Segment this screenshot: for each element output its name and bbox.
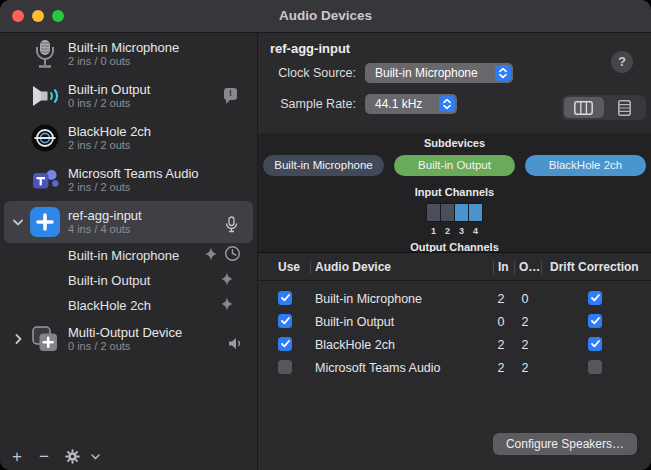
input-channels-strip [426, 203, 483, 222]
table-row[interactable]: Built-in Microphone 2 0 [258, 288, 651, 311]
remove-device-button[interactable]: − [39, 448, 49, 466]
cell-device: Microsoft Teams Audio [315, 361, 441, 375]
table-row[interactable]: Microsoft Teams Audio 2 2 [258, 357, 651, 380]
subdevices-title: Subdevices [258, 137, 651, 149]
drift-checkbox[interactable] [588, 337, 602, 351]
columns-icon [574, 101, 593, 115]
chevron-down-icon[interactable] [8, 219, 28, 226]
minimize-button[interactable] [32, 10, 44, 22]
configure-speakers-button[interactable]: Configure Speakers… [493, 433, 637, 455]
subdevice-pill-blackhole-2ch[interactable]: BlackHole 2ch [525, 155, 646, 176]
columns-view-button[interactable] [564, 97, 604, 118]
clock-icon [224, 245, 241, 266]
cell-in: 2 [490, 361, 512, 375]
main-panel: ref-agg-input ? Clock Source: Built-in M… [258, 33, 651, 470]
cell-device: Built-in Microphone [315, 292, 422, 306]
multi-output-device-icon [28, 324, 62, 354]
clock-source-value: Built-in Microphone [375, 66, 478, 80]
device-detail: 4 ins / 4 outs [68, 223, 142, 236]
microphone-status-icon [225, 216, 238, 237]
add-device-button[interactable]: + [12, 448, 22, 466]
aggregate-device-icon [28, 207, 62, 237]
alert-bubble-icon [224, 88, 237, 100]
col-device: Audio Device [315, 260, 391, 274]
cell-device: Built-in Output [315, 315, 394, 329]
channel-box-4 [469, 204, 482, 221]
chevron-right-icon[interactable] [8, 334, 28, 344]
device-name: ref-agg-input [68, 208, 142, 223]
table-header: Use Audio Device In O… Drift Correction [258, 253, 651, 281]
speaker-status-icon [228, 336, 243, 354]
teams-device-icon [28, 167, 62, 194]
sidebar-item-built-in-output[interactable]: Built-in Output 0 ins / 2 outs [0, 75, 257, 117]
col-use: Use [278, 260, 300, 274]
col-in: In [498, 260, 509, 274]
subdevice-pill-built-in-output[interactable]: Built-in Output [394, 155, 515, 176]
sidebar-item-multi-output-device[interactable]: Multi-Output Device 0 ins / 2 outs [0, 318, 257, 360]
spark-icon [219, 296, 235, 316]
drift-checkbox[interactable] [588, 291, 602, 305]
device-name: Multi-Output Device [68, 325, 182, 340]
output-channels-title: Output Channels [258, 241, 651, 252]
col-out: O… [519, 260, 540, 274]
device-name: Microsoft Teams Audio [68, 166, 199, 181]
spark-icon [219, 271, 235, 291]
subdevice-pill-built-in-microphone[interactable]: Built-in Microphone [263, 155, 384, 176]
spark-icon [203, 246, 219, 266]
rows-view-button[interactable] [605, 97, 645, 118]
device-detail: 0 ins / 2 outs [68, 340, 182, 353]
use-checkbox[interactable] [278, 360, 292, 374]
sample-rate-label: Sample Rate: [258, 97, 356, 111]
device-sidebar: Built-in Microphone 2 ins / 0 outs Built… [0, 33, 258, 470]
device-name: Built-in Output [68, 82, 150, 97]
stepper-icon [439, 96, 455, 112]
sample-rate-value: 44.1 kHz [375, 97, 422, 111]
cell-out: 2 [514, 338, 536, 352]
sidebar-item-blackhole-2ch[interactable]: BlackHole 2ch 2 ins / 2 outs [0, 117, 257, 159]
clock-source-popup[interactable]: Built-in Microphone [365, 63, 513, 83]
cell-in: 2 [490, 292, 512, 306]
device-detail: 2 ins / 2 outs [68, 139, 151, 152]
subdevice-name: Built-in Output [68, 273, 150, 288]
channel-box-3 [455, 204, 468, 221]
device-detail: 0 ins / 2 outs [68, 97, 150, 110]
microphone-device-icon [28, 39, 62, 69]
drift-checkbox[interactable] [588, 314, 602, 328]
device-detail: 2 ins / 2 outs [68, 181, 199, 194]
sidebar-item-ref-agg-input-selected[interactable]: ref-agg-input 4 ins / 4 outs [4, 201, 253, 243]
sidebar-subitem-blackhole-2ch[interactable]: BlackHole 2ch [0, 293, 257, 318]
subdevice-name: Built-in Microphone [68, 248, 179, 263]
chevron-down-icon[interactable] [91, 454, 100, 460]
blackhole-device-icon [28, 124, 62, 152]
zoom-button[interactable] [52, 10, 64, 22]
use-checkbox[interactable] [278, 337, 292, 351]
sidebar-toolbar: + − [0, 443, 257, 470]
stepper-icon [495, 65, 511, 81]
sidebar-item-microsoft-teams-audio[interactable]: Microsoft Teams Audio 2 ins / 2 outs [0, 159, 257, 201]
page-title: ref-agg-input [270, 41, 350, 56]
device-detail: 2 ins / 0 outs [68, 55, 179, 68]
sidebar-subitem-built-in-microphone[interactable]: Built-in Microphone [0, 243, 257, 268]
device-name: Built-in Microphone [68, 40, 179, 55]
sidebar-item-built-in-microphone[interactable]: Built-in Microphone 2 ins / 0 outs [0, 33, 257, 75]
channel-numbers: 1234 [258, 226, 651, 236]
device-settings-header: ref-agg-input ? Clock Source: Built-in M… [258, 33, 651, 133]
use-checkbox[interactable] [278, 314, 292, 328]
sidebar-subitem-built-in-output[interactable]: Built-in Output [0, 268, 257, 293]
drift-checkbox[interactable] [588, 360, 602, 374]
cell-out: 2 [514, 361, 536, 375]
table-row[interactable]: BlackHole 2ch 2 2 [258, 334, 651, 357]
close-button[interactable] [12, 10, 24, 22]
cell-out: 2 [514, 315, 536, 329]
sample-rate-popup[interactable]: 44.1 kHz [365, 94, 457, 114]
table-row[interactable]: Built-in Output 0 2 [258, 311, 651, 334]
window-title: Audio Devices [0, 0, 651, 32]
view-mode-segmented-control [562, 95, 646, 120]
use-checkbox[interactable] [278, 291, 292, 305]
title-bar: Audio Devices [0, 0, 651, 33]
cell-in: 0 [490, 315, 512, 329]
gear-icon[interactable] [65, 449, 80, 464]
cell-in: 2 [490, 338, 512, 352]
audio-devices-window: Audio Devices Built-in Microphone 2 ins … [0, 0, 651, 470]
channel-box-1 [427, 204, 440, 221]
